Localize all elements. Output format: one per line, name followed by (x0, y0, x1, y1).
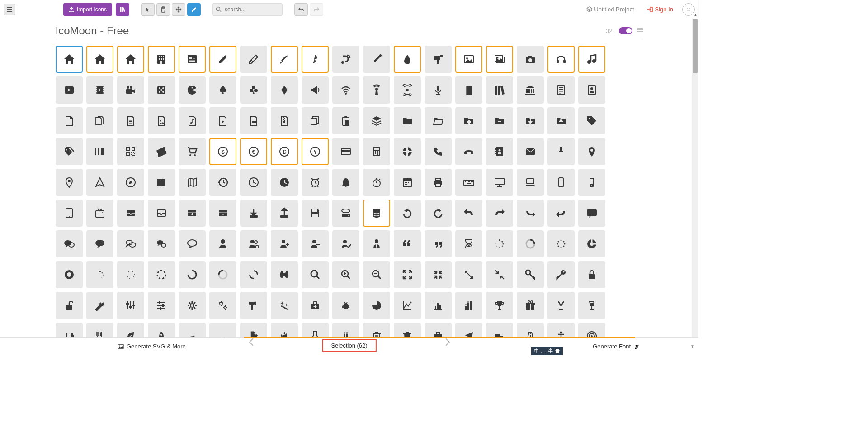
key2-icon[interactable] (547, 261, 575, 288)
chevron-right-icon[interactable] (444, 337, 451, 348)
redo-button[interactable] (310, 3, 323, 16)
phone-hang-up-icon[interactable] (455, 138, 482, 165)
download-icon[interactable] (240, 200, 267, 227)
connection-icon[interactable] (332, 76, 359, 104)
quotes-right-icon[interactable] (425, 230, 452, 257)
display-icon[interactable] (486, 169, 513, 196)
pencil2-icon[interactable] (240, 46, 267, 73)
coin-pound-icon[interactable] (271, 138, 298, 165)
files-empty-icon[interactable] (86, 107, 113, 134)
spoon-knife-icon[interactable] (86, 323, 113, 337)
grid-size-toggle[interactable] (619, 27, 632, 34)
quill-icon[interactable] (271, 46, 298, 73)
library-icon[interactable] (517, 76, 544, 104)
bin2-icon[interactable] (394, 323, 421, 337)
upload-icon[interactable] (271, 200, 298, 227)
diamonds-icon[interactable] (271, 76, 298, 104)
home3-icon[interactable] (117, 46, 144, 73)
spinner3-icon[interactable] (547, 230, 575, 257)
stats-bars-icon[interactable] (425, 292, 452, 319)
profile-icon[interactable] (578, 76, 605, 104)
project-menu[interactable]: Untitled Project (586, 6, 634, 13)
quotes-left-icon[interactable] (394, 230, 421, 257)
headphones-icon[interactable] (547, 46, 575, 73)
stack-icon[interactable] (363, 107, 390, 134)
hammer2-icon[interactable] (240, 323, 267, 337)
file-zip-icon[interactable] (271, 107, 298, 134)
stats-dots-icon[interactable] (394, 292, 421, 319)
redo-icon[interactable] (425, 200, 452, 227)
redo2-icon[interactable] (486, 200, 513, 227)
drive-icon[interactable] (332, 200, 359, 227)
enlarge2-icon[interactable] (455, 261, 482, 288)
feed-icon[interactable] (394, 76, 421, 104)
folder-open-icon[interactable] (425, 107, 452, 134)
briefcase-icon[interactable] (425, 323, 452, 337)
map-icon[interactable] (148, 169, 175, 196)
mobile-icon[interactable] (547, 169, 575, 196)
file-empty-icon[interactable] (56, 107, 83, 134)
envelop-icon[interactable] (517, 138, 544, 165)
spinner7-icon[interactable] (117, 261, 144, 288)
bubbles-icon[interactable] (56, 230, 83, 257)
qrcode-icon[interactable] (117, 138, 144, 165)
lock-icon[interactable] (578, 261, 605, 288)
spinner6-icon[interactable] (86, 261, 113, 288)
road-icon[interactable] (517, 323, 544, 337)
newspaper-icon[interactable] (179, 46, 206, 73)
pacman-icon[interactable] (179, 76, 206, 104)
spinner2-icon[interactable] (517, 230, 544, 257)
barcode-icon[interactable] (86, 138, 113, 165)
signin-link[interactable]: Sign In (647, 6, 673, 13)
mug-icon[interactable] (56, 323, 83, 337)
price-tags-icon[interactable] (56, 138, 83, 165)
bullhorn-icon[interactable] (302, 76, 329, 104)
history-icon[interactable] (209, 169, 236, 196)
mobile2-icon[interactable] (578, 169, 605, 196)
undo-icon[interactable] (394, 200, 421, 227)
folder-icon[interactable] (394, 107, 421, 134)
hammer-icon[interactable] (240, 292, 267, 319)
chevron-left-icon[interactable] (248, 337, 255, 348)
pencil-icon[interactable] (209, 46, 236, 73)
clock2-icon[interactable] (271, 169, 298, 196)
camera-icon[interactable] (517, 46, 544, 73)
equalizer-icon[interactable] (117, 292, 144, 319)
spinner10-icon[interactable] (209, 261, 236, 288)
bin-icon[interactable] (363, 323, 390, 337)
user-minus-icon[interactable] (302, 230, 329, 257)
tv-icon[interactable] (86, 200, 113, 227)
equalizer2-icon[interactable] (148, 292, 175, 319)
folder-plus-icon[interactable] (455, 107, 482, 134)
floppy-disk-icon[interactable] (302, 200, 329, 227)
stopwatch-icon[interactable] (363, 169, 390, 196)
file-video-icon[interactable] (240, 107, 267, 134)
calendar-icon[interactable] (394, 169, 421, 196)
edit-tool-button[interactable] (187, 3, 201, 16)
blog-icon[interactable] (332, 46, 359, 73)
eyedropper-icon[interactable] (363, 46, 390, 73)
folder-upload-icon[interactable] (547, 107, 575, 134)
icon-library-button[interactable] (116, 3, 129, 16)
home2-icon[interactable] (86, 46, 113, 73)
scrollbar-thumb[interactable] (693, 19, 698, 73)
truck-icon[interactable] (486, 323, 513, 337)
mic-icon[interactable] (425, 76, 452, 104)
move-tool-button[interactable] (172, 3, 185, 16)
bubbles3-icon[interactable] (148, 230, 175, 257)
box-add-icon[interactable] (179, 200, 206, 227)
target-icon[interactable] (578, 323, 605, 337)
stats-bars2-icon[interactable] (455, 292, 482, 319)
reply-icon[interactable] (547, 200, 575, 227)
home-icon[interactable] (56, 46, 83, 73)
bubble-icon[interactable] (578, 200, 605, 227)
calculator-icon[interactable] (363, 138, 390, 165)
key-icon[interactable] (517, 261, 544, 288)
ime-indicator[interactable]: 中 。, 半 (531, 347, 563, 355)
tablet-icon[interactable] (56, 200, 83, 227)
leaf-icon[interactable] (117, 323, 144, 337)
spinner11-icon[interactable] (240, 261, 267, 288)
cog-icon[interactable] (179, 292, 206, 319)
paint-format-icon[interactable] (425, 46, 452, 73)
generate-svg-button[interactable]: Generate SVG & More (118, 343, 186, 350)
